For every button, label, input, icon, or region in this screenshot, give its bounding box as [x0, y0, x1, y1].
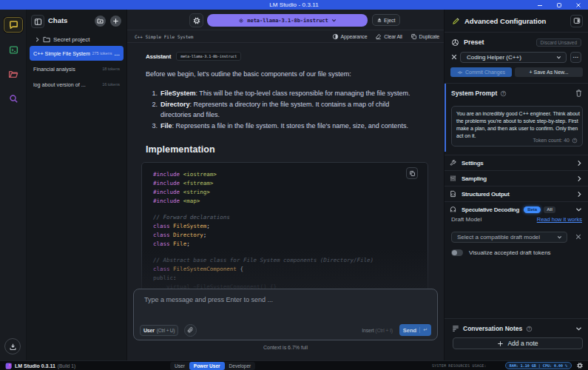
collapse-sidebar-button[interactable] [31, 15, 44, 28]
loaded-model-pill[interactable]: meta-llama-3.1-8b-instruct [207, 14, 368, 27]
section-label: Sampling [462, 175, 487, 182]
lmstudio-logo [5, 363, 12, 369]
chat-item-tokens: 16 tokens [102, 82, 120, 87]
trash-icon[interactable] [575, 90, 582, 97]
send-button[interactable]: Send ↵ [399, 324, 431, 336]
duplicate-button[interactable]: Duplicate [410, 33, 439, 40]
app-window: Chats Secret project C++ Simple File S [0, 10, 588, 360]
read-how-it-works-link[interactable]: Read how it works [537, 216, 582, 223]
clear-all-button[interactable]: Clear All [375, 33, 402, 40]
appearance-button[interactable]: Appearance [332, 33, 368, 40]
info-icon[interactable]: ? [500, 90, 507, 97]
code-token: Directory [170, 232, 203, 238]
code-token: ; [206, 223, 210, 229]
panel-header: Advanced Configuration [445, 10, 588, 33]
section-speculative-decoding[interactable]: Speculative Decoding Beta All [445, 201, 588, 217]
preset-menu-button[interactable]: ... [570, 52, 581, 63]
folder-secret-project[interactable]: Secret project [27, 33, 126, 45]
appearance-icon [332, 33, 339, 40]
folder-label: Secret project [53, 36, 89, 43]
copy-icon [409, 170, 416, 177]
discard-unsaved-button[interactable]: Discard Unsaved [536, 38, 582, 47]
section-structured-output[interactable]: Structured Output [445, 186, 588, 201]
all-badge: All [544, 206, 555, 213]
list-item: 2.Directory: Represents a directory in t… [149, 99, 413, 121]
minimize-button[interactable] [530, 0, 550, 10]
statusbar-gear-icon[interactable] [576, 362, 584, 369]
code-line: class File; [153, 240, 428, 249]
folder-outline-icon [43, 36, 50, 43]
commit-icon [457, 70, 463, 75]
chat-item-tokens: 275 tokens [92, 51, 112, 56]
resources-pill[interactable]: RAM: 1.10 GB | CPU: 0.00 % [505, 362, 572, 369]
collapse-panel-button[interactable] [570, 15, 583, 27]
eject-model-button[interactable]: Eject [372, 14, 400, 26]
preset-selector-row: Coding Helper (C++) ... [445, 51, 588, 63]
chevron-down-icon [575, 326, 582, 332]
clear-draft-icon[interactable] [575, 234, 581, 240]
draft-model-placeholder: Select a compatible draft model [457, 234, 540, 240]
toggle-knob [452, 250, 457, 255]
token-count: Token count: 40 ? [533, 137, 578, 144]
maximize-icon [556, 2, 562, 8]
chat-item-selected[interactable]: C++ Simple File System 275 tokens ... [30, 46, 124, 61]
nav-models-button[interactable] [4, 67, 23, 82]
chat-list: Secret project C++ Simple File System 27… [27, 33, 126, 92]
terminal-icon [9, 45, 18, 55]
clear-preset-icon[interactable] [451, 54, 457, 60]
info-icon: ? [572, 138, 578, 144]
code-token: ; [203, 232, 207, 238]
chat-item[interactable]: log about version of ... 16 tokens [30, 77, 124, 92]
info-icon[interactable]: ? [526, 326, 533, 332]
save-as-new-button[interactable]: + Save As New... [515, 67, 583, 77]
code-token: <string> [180, 189, 210, 195]
copy-code-button[interactable] [406, 167, 418, 179]
input-placeholder: Type a message and press Enter to send .… [144, 296, 273, 303]
chat-item-menu[interactable]: ... [114, 50, 120, 57]
nav-discover-button[interactable] [4, 91, 23, 107]
system-prompt-header: System Prompt ? [451, 90, 507, 97]
new-chat-button[interactable] [110, 16, 121, 27]
window-title: LM Studio - 0.3.11 [0, 0, 588, 10]
eject-icon [376, 17, 382, 23]
new-folder-button[interactable] [95, 16, 106, 27]
sidebar-title: Chats [48, 16, 67, 24]
section-accent-bar [445, 84, 446, 152]
system-prompt-text: You are an incredibly good C++ engineer.… [456, 111, 580, 138]
close-button[interactable] [569, 0, 588, 10]
section-settings[interactable]: Settings [445, 155, 588, 170]
window-titlebar: LM Studio - 0.3.11 [0, 0, 588, 10]
code-line: // Forward declarations [153, 213, 428, 222]
download-icon [9, 343, 17, 351]
system-prompt-input[interactable]: You are an incredibly good C++ engineer.… [451, 106, 583, 147]
commit-changes-button[interactable]: Commit Changes [450, 67, 512, 77]
mode-power-user[interactable]: Power User [189, 362, 225, 370]
token-count-label: Token count: 40 [533, 137, 570, 144]
insert-label: Insert [362, 328, 374, 333]
downloads-button[interactable] [4, 338, 21, 354]
section-sampling[interactable]: Sampling [445, 170, 588, 186]
nav-chat-button[interactable] [4, 17, 23, 33]
maximize-button[interactable] [550, 0, 569, 10]
eraser-icon [375, 33, 382, 40]
list-item: 3.File: Represents a file in the file sy… [149, 121, 413, 132]
folder-plus-icon [97, 18, 104, 24]
role-user-button[interactable]: User (Ctrl + U) [140, 325, 178, 336]
visualize-toggle[interactable] [451, 249, 463, 256]
message-list: 1.FileSystem: This will be the top-level… [149, 88, 413, 131]
mode-user[interactable]: User [170, 363, 189, 369]
code-token: #include [153, 180, 180, 186]
mode-developer[interactable]: Developer [225, 363, 256, 369]
preset-select[interactable]: Coding Helper (C++) [460, 52, 567, 63]
message-input[interactable]: Type a message and press Enter to send .… [133, 289, 438, 340]
draft-model-select[interactable]: Select a compatible draft model [451, 232, 567, 243]
model-settings-button[interactable] [189, 13, 203, 27]
add-note-button[interactable]: Add a note [453, 337, 583, 349]
code-token: ; [186, 240, 190, 247]
chevron-down-icon [575, 207, 582, 212]
nav-developer-button[interactable] [4, 42, 23, 58]
notes-header: Conversation Notes ? [452, 325, 582, 332]
chat-item[interactable]: Financial analysis 18 tokens [30, 61, 124, 76]
attach-file-button[interactable] [184, 324, 197, 337]
loaded-model-name: meta-llama-3.1-8b-instruct [247, 18, 328, 24]
